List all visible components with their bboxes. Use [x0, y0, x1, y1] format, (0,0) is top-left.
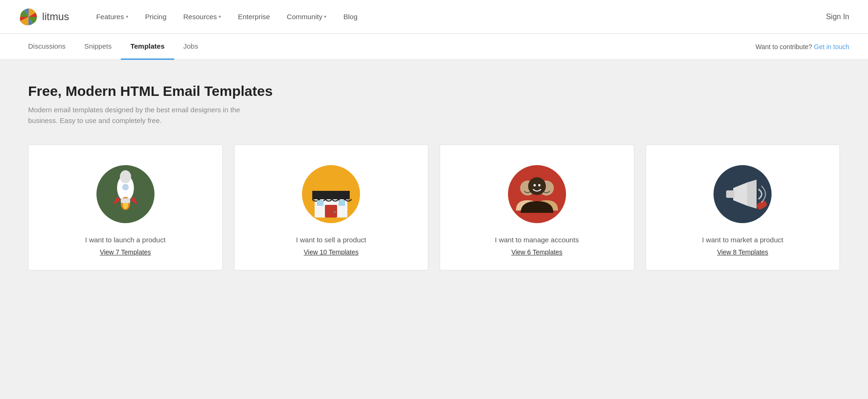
- litmus-logo-icon: [19, 7, 38, 27]
- card-market: I want to market a product View 8 Templa…: [646, 145, 840, 270]
- sign-in-button[interactable]: Sign In: [826, 13, 849, 21]
- card-accounts: I want to manage accounts View 6 Templat…: [440, 145, 634, 270]
- template-cards-grid: I want to launch a product View 7 Templa…: [28, 145, 840, 270]
- card-launch: I want to launch a product View 7 Templa…: [28, 145, 223, 270]
- nav-features[interactable]: Features ▾: [88, 0, 136, 34]
- svg-rect-9: [121, 198, 130, 203]
- get-in-touch-link[interactable]: Get in touch: [814, 43, 850, 51]
- svg-point-13: [334, 211, 336, 213]
- main-nav: Features ▾ Pricing Resources ▾ Enterpris…: [88, 0, 826, 34]
- card-sell: I want to sell a product View 10 Templat…: [234, 145, 429, 270]
- sub-nav: Discussions Snippets Templates Jobs Want…: [0, 34, 868, 60]
- card-sell-icon: [301, 164, 361, 225]
- nav-enterprise[interactable]: Enterprise: [229, 0, 278, 34]
- chevron-down-icon: ▾: [126, 14, 128, 19]
- card-launch-label: I want to launch a product: [85, 236, 166, 244]
- contribute-section: Want to contribute? Get in touch: [756, 43, 849, 51]
- card-accounts-link[interactable]: View 6 Templates: [511, 248, 562, 256]
- sub-nav-templates[interactable]: Templates: [121, 34, 174, 60]
- svg-point-22: [533, 184, 536, 187]
- sub-nav-items: Discussions Snippets Templates Jobs: [19, 34, 207, 60]
- card-market-link[interactable]: View 8 Templates: [717, 248, 768, 256]
- card-launch-icon: [95, 164, 156, 225]
- nav-community[interactable]: Community ▾: [279, 0, 335, 34]
- nav-resources[interactable]: Resources ▾: [175, 0, 230, 34]
- chevron-down-icon: ▾: [219, 14, 221, 19]
- header: litmus Features ▾ Pricing Resources ▾ En…: [0, 0, 868, 34]
- sub-nav-snippets[interactable]: Snippets: [75, 34, 121, 60]
- svg-marker-26: [747, 180, 757, 209]
- card-sell-link[interactable]: View 10 Templates: [304, 248, 359, 256]
- nav-pricing[interactable]: Pricing: [137, 0, 175, 34]
- card-accounts-icon: [507, 164, 567, 225]
- sub-nav-jobs[interactable]: Jobs: [174, 34, 208, 60]
- card-sell-label: I want to sell a product: [296, 236, 366, 244]
- svg-rect-17: [338, 200, 345, 206]
- chevron-down-icon: ▾: [324, 14, 326, 19]
- main-content: Free, Modern HTML Email Templates Modern…: [0, 60, 868, 399]
- svg-rect-16: [317, 200, 324, 206]
- svg-point-4: [122, 183, 129, 191]
- card-accounts-label: I want to manage accounts: [495, 236, 579, 244]
- card-market-label: I want to market a product: [702, 236, 783, 244]
- svg-point-3: [120, 170, 131, 183]
- nav-blog[interactable]: Blog: [335, 0, 366, 34]
- svg-point-21: [528, 177, 546, 195]
- logo-text: litmus: [42, 11, 69, 23]
- page-subtitle: Modern email templates designed by the b…: [28, 105, 262, 126]
- card-launch-link[interactable]: View 7 Templates: [100, 248, 151, 256]
- sub-nav-discussions[interactable]: Discussions: [19, 34, 75, 60]
- svg-marker-15: [312, 191, 350, 199]
- svg-rect-27: [726, 190, 735, 198]
- svg-point-23: [538, 184, 540, 187]
- logo[interactable]: litmus: [19, 7, 69, 27]
- page-title: Free, Modern HTML Email Templates: [28, 83, 840, 99]
- card-market-icon: [712, 164, 773, 225]
